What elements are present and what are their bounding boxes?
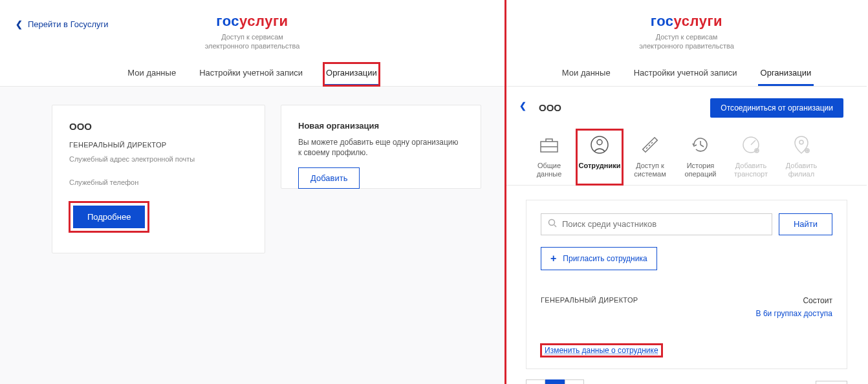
new-org-card: Новая организация Вы можете добавить еще… [281,105,481,189]
brand-header-r: госуслуги Доступ к сервисам электронного… [506,0,867,51]
chevron-left-icon: ❮ [16,19,23,29]
svg-line-11 [751,140,755,145]
brand-sub-r: Доступ к сервисам электронного правитель… [506,32,867,51]
work-email-label: Служебный адрес электронной почты [69,155,248,163]
svg-line-5 [646,147,647,149]
edit-employee-link[interactable]: Изменить данные о сотруднике [541,344,662,357]
employees-panel: Найти + Пригласить сотрудника ГЕНЕРАЛЬНЫ… [526,200,847,369]
svg-line-6 [649,145,650,146]
tab-my-data[interactable]: Мои данные [125,63,179,86]
person-icon [588,133,611,156]
pin-plus-icon [790,133,813,156]
tab-settings[interactable]: Настройки учетной записи [197,63,305,86]
brand-sub: Доступ к сервисам электронного правитель… [0,32,505,51]
back-label: Перейти в Госуслуги [28,19,108,29]
tab-organizations[interactable]: Организации [323,63,380,86]
membership-heading: Состоит [756,296,832,305]
org-card: ООО ГЕНЕРАЛЬНЫЙ ДИРЕКТОР Служебный адрес… [52,105,265,253]
employee-row: ГЕНЕРАЛЬНЫЙ ДИРЕКТОР Состоит В 6и группа… [541,296,832,318]
svg-line-20 [554,225,556,227]
subtab-employees[interactable]: Сотрудники [576,129,623,185]
subtab-access[interactable]: Доступ к системам [627,129,673,185]
org-name: ООО [69,121,248,132]
logo-r: госуслуги [506,13,867,30]
search-icon [548,219,557,229]
pager-page-1[interactable]: 1 [545,379,565,384]
history-icon [689,133,712,156]
subtab-history[interactable]: История операций [677,129,724,185]
pager-size-select[interactable]: 10 ▼ [816,381,847,384]
search-input-wrap[interactable] [541,213,772,235]
briefcase-icon [537,133,561,156]
pager: ❮ 1 ❯ Показано на странице 10 ▼ [526,379,847,384]
ruler-icon [638,133,662,156]
org-title: ООО [539,102,561,113]
subtab-transport[interactable]: Добавить транспорт [728,129,774,185]
svg-point-3 [597,140,602,145]
more-highlight: Подробнее [69,202,149,232]
plus-icon: + [550,253,556,264]
org-back-button[interactable]: ❮ [519,101,526,111]
work-phone-label: Служебный телефон [69,178,248,186]
subtab-branch[interactable]: Добавить филиал [778,129,825,185]
membership-value[interactable]: В 6и группах доступа [756,309,832,318]
svg-line-7 [651,142,653,144]
pager-prev[interactable]: ❮ [526,379,545,384]
svg-point-19 [549,220,555,226]
add-org-button[interactable]: Добавить [298,167,360,189]
subtab-general[interactable]: Общие данные [526,129,572,185]
invite-label: Пригласить сотрудника [563,254,647,263]
find-button[interactable]: Найти [779,213,832,235]
tab-my-data-r[interactable]: Мои данные [559,63,613,86]
tab-settings-r[interactable]: Настройки учетной записи [631,63,740,86]
more-button[interactable]: Подробнее [73,206,145,228]
search-input[interactable] [562,219,765,229]
new-org-desc: Вы можете добавить еще одну организацию … [298,137,464,159]
tab-organizations-r[interactable]: Организации [758,63,814,86]
speedometer-icon [739,133,763,156]
org-role: ГЕНЕРАЛЬНЫЙ ДИРЕКТОР [69,141,248,149]
back-link[interactable]: ❮ Перейти в Госуслуги [16,19,108,29]
employee-role: ГЕНЕРАЛЬНЫЙ ДИРЕКТОР [541,296,638,304]
top-tabs-r: Мои данные Настройки учетной записи Орга… [506,63,867,87]
svg-line-9 [700,145,704,147]
org-subtabs: Общие данные Сотрудники Доступ к система… [506,123,867,186]
pager-next[interactable]: ❯ [565,379,584,384]
svg-point-15 [799,140,803,144]
top-tabs: Мои данные Настройки учетной записи Орга… [0,63,505,87]
disconnect-button[interactable]: Отсоединиться от организации [710,98,843,118]
invite-button[interactable]: + Пригласить сотрудника [541,247,657,270]
new-org-title: Новая организация [298,121,464,131]
